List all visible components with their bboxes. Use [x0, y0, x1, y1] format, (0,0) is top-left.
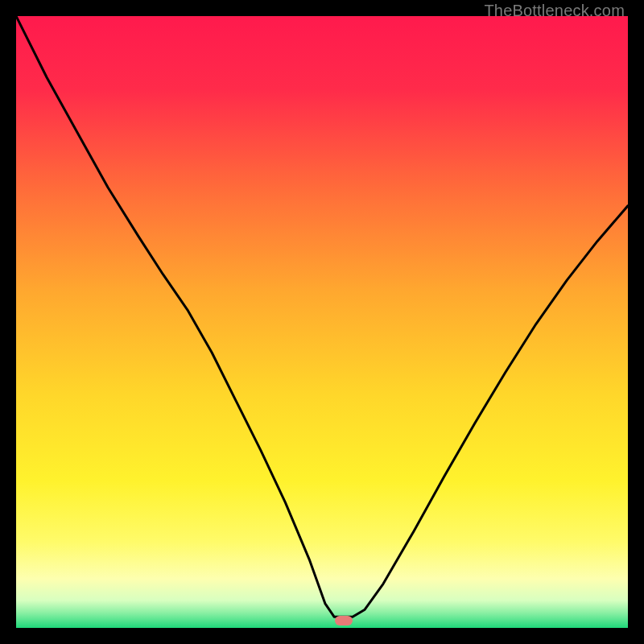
optimum-marker — [335, 616, 353, 625]
chart-canvas: TheBottleneck.com — [0, 0, 644, 644]
plot-area — [16, 16, 628, 628]
watermark-label: TheBottleneck.com — [484, 2, 625, 20]
bottleneck-curve — [16, 16, 628, 628]
